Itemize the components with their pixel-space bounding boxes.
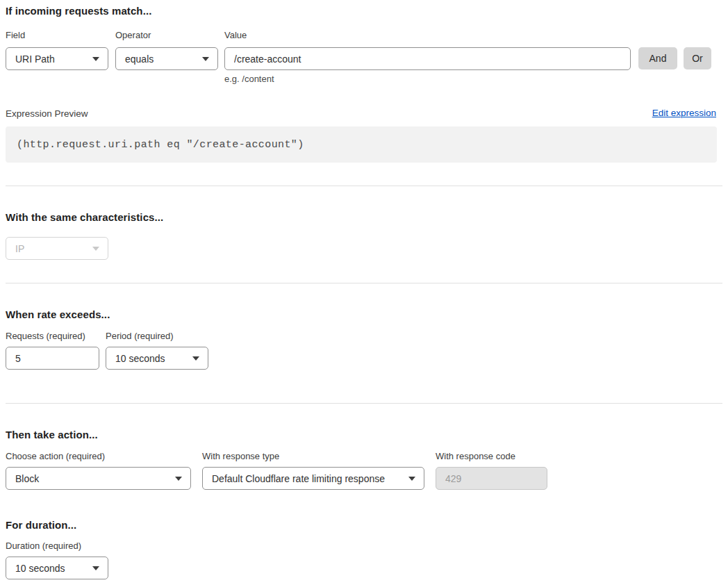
choose-action-select[interactable]: Block	[6, 467, 191, 490]
field-select-value: URI Path	[15, 53, 55, 65]
characteristics-section-heading: With the same characteristics...	[6, 211, 163, 223]
value-input[interactable]	[224, 47, 631, 70]
response-code-label: With response code	[436, 451, 515, 461]
expression-code: (http.request.uri.path eq "/create-accou…	[17, 139, 304, 151]
section-divider	[6, 186, 722, 186]
characteristics-select-value: IP	[15, 243, 24, 254]
and-button[interactable]: And	[638, 47, 677, 69]
choose-action-select-value: Block	[15, 473, 39, 484]
section-divider	[6, 283, 722, 283]
chevron-down-icon	[92, 247, 99, 251]
chevron-down-icon	[175, 477, 182, 481]
duration-select[interactable]: 10 seconds	[6, 557, 108, 579]
field-label: Field	[6, 30, 25, 40]
choose-action-label: Choose action (required)	[6, 451, 105, 461]
chevron-down-icon	[408, 477, 415, 481]
duration-section-heading: For duration...	[6, 519, 76, 531]
period-select-value: 10 seconds	[115, 353, 165, 364]
action-section-heading: Then take action...	[6, 429, 98, 440]
rate-limiting-rule-form: If incoming requests match... Field Oper…	[0, 0, 728, 585]
expression-code-block: (http.request.uri.path eq "/create-accou…	[6, 126, 717, 163]
period-select[interactable]: 10 seconds	[106, 347, 208, 370]
characteristics-select: IP	[6, 237, 108, 260]
chevron-down-icon	[92, 566, 99, 570]
chevron-down-icon	[92, 57, 99, 61]
value-label: Value	[224, 30, 247, 40]
value-hint: e.g. /content	[224, 74, 274, 84]
expression-preview-label: Expression Preview	[6, 108, 88, 119]
period-label: Period (required)	[106, 331, 174, 341]
response-type-select[interactable]: Default Cloudflare rate limiting respons…	[202, 467, 424, 490]
response-type-select-value: Default Cloudflare rate limiting respons…	[212, 473, 385, 484]
duration-select-value: 10 seconds	[15, 563, 65, 574]
rate-section-heading: When rate exceeds...	[6, 308, 110, 320]
operator-label: Operator	[115, 30, 151, 40]
operator-select-value: equals	[125, 53, 154, 65]
requests-input[interactable]	[6, 347, 99, 370]
operator-select[interactable]: equals	[115, 47, 218, 70]
requests-label: Requests (required)	[6, 331, 85, 341]
response-code-input	[436, 467, 547, 490]
field-select[interactable]: URI Path	[6, 47, 108, 70]
chevron-down-icon	[202, 57, 209, 61]
section-divider	[6, 403, 722, 404]
edit-expression-link[interactable]: Edit expression	[652, 108, 716, 118]
duration-label: Duration (required)	[6, 541, 81, 551]
response-type-label: With response type	[202, 451, 279, 461]
chevron-down-icon	[192, 356, 199, 361]
or-button[interactable]: Or	[684, 47, 711, 69]
match-section-heading: If incoming requests match...	[6, 5, 151, 17]
